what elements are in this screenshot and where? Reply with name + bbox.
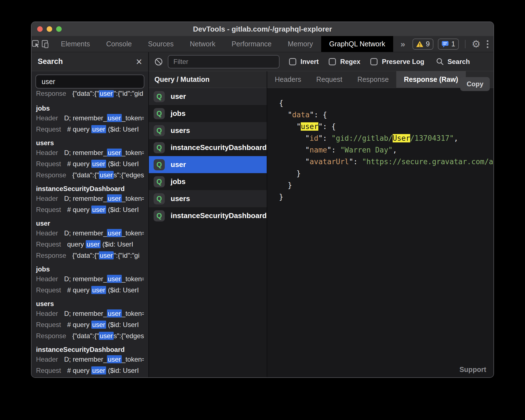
result-line[interactable]: Request# query user ($id: UserI [36, 158, 144, 170]
query-row-users[interactable]: Qusers [149, 190, 267, 207]
result-group-name[interactable]: jobs [36, 265, 144, 273]
result-line-label: Response [36, 332, 66, 340]
result-line[interactable]: HeaderD; remember_user_token=e [36, 113, 144, 124]
result-line[interactable]: Response{"data":{"user":{"id":"gid [36, 90, 144, 99]
filter-checkboxes: InvertRegexPreserve Log [289, 58, 434, 66]
query-type-icon: Q [154, 142, 165, 153]
result-line[interactable]: Request# query user ($id: UserI [36, 124, 144, 135]
query-row-label: user [171, 92, 186, 101]
result-line-label: Header [36, 114, 58, 122]
result-line-label: Request [36, 321, 61, 328]
result-line-value: D; remember_user_token=e [64, 309, 144, 318]
query-row-instanceSecurityDashboard[interactable]: QinstanceSecurityDashboard [149, 139, 267, 156]
tab-graphql-network-active[interactable]: GraphQL Network [321, 36, 393, 52]
result-line[interactable]: Request# query user ($id: UserI [36, 319, 144, 330]
response-tab-response[interactable]: Response [350, 71, 397, 88]
checkbox-box [329, 58, 336, 65]
result-line[interactable]: HeaderD; remember_user_token=e [36, 193, 144, 204]
query-row-instanceSecurityDashboard[interactable]: QinstanceSecurityDashboard [149, 207, 267, 224]
search-toggle[interactable]: Search [436, 58, 470, 66]
message-icon [442, 40, 449, 48]
result-group: usersHeaderD; remember_user_token=eReque… [36, 139, 144, 181]
result-line[interactable]: Requestquery user ($id: UserI [36, 239, 144, 250]
query-row-users[interactable]: Qusers [149, 122, 267, 139]
search-icon [436, 58, 444, 66]
warning-icon [416, 41, 423, 47]
query-type-icon: Q [154, 108, 165, 119]
result-line-value: D; remember_user_token=e [64, 275, 144, 283]
network-filter-bar: InvertRegexPreserve Log Search [149, 52, 493, 71]
query-type-icon: Q [154, 210, 165, 221]
query-row-user[interactable]: Quser [149, 88, 267, 105]
result-line[interactable]: Response{"data":{"user":{"id":"gi [36, 250, 144, 261]
result-group-name[interactable]: users [36, 300, 144, 308]
device-toolbar-icon [40, 40, 49, 49]
result-group-name[interactable]: jobs [36, 104, 144, 113]
issues-badge[interactable]: 1 [438, 39, 459, 50]
filter-input[interactable] [168, 55, 280, 68]
search-input[interactable] [35, 75, 144, 89]
result-line[interactable]: Response{"data":{"users":{"edges [36, 330, 144, 342]
response-tab-request[interactable]: Request [309, 71, 350, 88]
zoom-window-button[interactable] [56, 26, 62, 32]
traffic-lights [37, 26, 62, 32]
result-line-label: Header [36, 355, 58, 363]
result-line-label: Header [36, 310, 58, 317]
result-group-name[interactable]: instanceSecurityDashboard [36, 185, 144, 193]
query-row-jobs[interactable]: Qjobs [149, 173, 267, 190]
result-line[interactable]: Response{"data":{"users":{"edges [36, 170, 144, 181]
tab-memory[interactable]: Memory [280, 36, 321, 52]
close-search-panel-button[interactable]: × [136, 56, 142, 67]
copy-button[interactable]: Copy [460, 77, 490, 91]
result-line-value: D; remember_user_token=e [64, 355, 144, 363]
result-line[interactable]: HeaderD; remember_user_token=e [36, 308, 144, 319]
more-options-kebab-icon[interactable] [485, 40, 490, 48]
checkbox-box [289, 58, 296, 65]
tab-elements[interactable]: Elements [53, 36, 98, 52]
inspect-cursor-icon [32, 40, 40, 49]
result-line[interactable]: HeaderD; remember_user_token=e [36, 354, 144, 365]
support-link[interactable]: Support [459, 366, 486, 374]
checkbox-regex[interactable]: Regex [329, 58, 360, 66]
response-panel: HeadersRequestResponseResponse (Raw) × {… [267, 71, 493, 377]
query-row-label: user [171, 160, 186, 169]
checkbox-preserve-log[interactable]: Preserve Log [370, 58, 424, 66]
result-line[interactable]: Request# query user ($id: UserI [36, 204, 144, 215]
result-line[interactable]: HeaderD; remember_user_token=e [36, 273, 144, 285]
more-tabs-icon[interactable]: » [393, 36, 412, 52]
raw-response-json[interactable]: { "data": { "user": { "id": "gid://gitla… [267, 88, 493, 377]
result-line-label: Request [36, 286, 61, 294]
result-group-name[interactable]: users [36, 139, 144, 147]
checkbox-invert[interactable]: Invert [289, 58, 319, 66]
result-line[interactable]: HeaderD; remember_user_token=e [36, 228, 144, 239]
minimize-window-button[interactable] [47, 26, 52, 32]
result-line[interactable]: Request# query user ($id: UserI [36, 285, 144, 296]
tab-network[interactable]: Network [182, 36, 224, 52]
json-line: "data": { [279, 109, 493, 121]
result-group-name[interactable]: instanceSecurityDashboard [36, 345, 144, 354]
tab-console[interactable]: Console [98, 36, 140, 52]
toggle-device-toolbar-button[interactable] [40, 36, 49, 52]
result-line-value: {"data":{"user":{"id":"gid [72, 90, 143, 97]
warnings-badge[interactable]: 9 [412, 39, 433, 50]
devtools-toolbar: ElementsConsoleSourcesNetworkPerformance… [32, 36, 493, 52]
query-type-icon: Q [154, 91, 165, 102]
response-tab-headers[interactable]: Headers [267, 71, 309, 88]
inspect-element-button[interactable] [32, 36, 40, 52]
result-group-name[interactable]: user [36, 219, 144, 228]
result-line-value: D; remember_user_token=e [64, 229, 144, 237]
query-row-jobs[interactable]: Qjobs [149, 105, 267, 122]
tab-performance[interactable]: Performance [223, 36, 280, 52]
result-line[interactable]: HeaderD; remember_user_token=e [36, 147, 144, 158]
settings-gear-icon[interactable]: ⚙ [472, 39, 481, 49]
result-line-value: D; remember_user_token=e [64, 114, 144, 122]
response-tab-response-raw[interactable]: Response (Raw) [396, 71, 466, 88]
block-icon[interactable] [154, 58, 163, 66]
close-window-button[interactable] [37, 26, 43, 32]
result-line[interactable]: Request# query user ($id: UserI [36, 365, 144, 376]
json-line: } [279, 168, 493, 179]
search-results-list[interactable]: Response{"data":{"user":{"id":"gidjobsHe… [32, 90, 148, 377]
tab-sources[interactable]: Sources [140, 36, 182, 52]
query-row-label: jobs [171, 177, 185, 186]
query-row-user-selected[interactable]: Quser [149, 156, 267, 173]
